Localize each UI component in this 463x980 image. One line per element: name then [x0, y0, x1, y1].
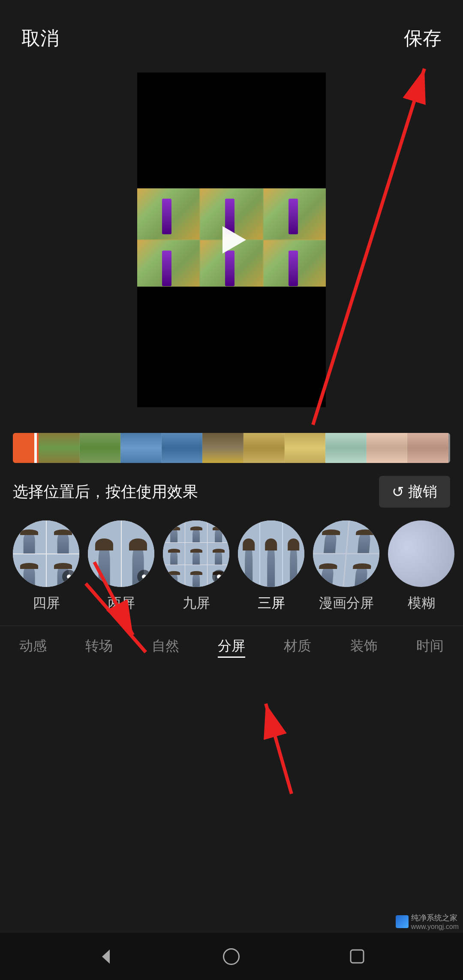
- effect-blur-screen[interactable]: 模糊: [388, 520, 454, 613]
- tab-natural[interactable]: 自然: [152, 635, 179, 658]
- tab-decoration[interactable]: 装饰: [350, 635, 378, 658]
- watermark-logo: [396, 915, 409, 928]
- undo-label: 撤销: [408, 482, 437, 502]
- effect-nine-screen[interactable]: 九屏: [163, 520, 229, 613]
- watermark-url: www.yongj.com: [411, 923, 459, 931]
- frame-2: [80, 433, 121, 463]
- effect-blur-thumb: [388, 520, 454, 587]
- cancel-button[interactable]: 取消: [21, 26, 59, 51]
- instruction-text: 选择位置后，按住使用效果: [13, 481, 198, 502]
- timeline-area: [0, 420, 463, 463]
- tab-transition[interactable]: 转场: [85, 635, 113, 658]
- app-header: 取消 保存: [0, 0, 463, 64]
- cell-3: [13, 554, 46, 587]
- video-container[interactable]: [137, 73, 326, 407]
- svg-rect-2: [351, 950, 364, 963]
- play-button[interactable]: [214, 223, 249, 257]
- frame-4: [162, 433, 203, 463]
- cell-3: [207, 520, 229, 542]
- cell-7: [163, 565, 185, 587]
- nav-bar: [0, 933, 463, 980]
- cell-4: [163, 543, 185, 565]
- undo-button[interactable]: ↺ 撤销: [379, 476, 450, 508]
- timeline-end: [448, 433, 450, 463]
- cell-8: [185, 565, 207, 587]
- tab-split[interactable]: 分屏: [218, 635, 245, 658]
- effect-two-label: 两屏: [108, 594, 135, 613]
- effect-two-thumb: [88, 520, 154, 587]
- effect-nine-label: 九屏: [183, 594, 210, 613]
- frame-7: [285, 433, 326, 463]
- cell-1: [163, 520, 185, 542]
- tab-dynamic[interactable]: 动感: [19, 635, 47, 658]
- effect-nine-thumb: [163, 520, 229, 587]
- cell-1: [88, 520, 121, 587]
- cell-4: [344, 554, 379, 587]
- cell-1: [13, 520, 46, 554]
- save-button[interactable]: 保存: [404, 26, 442, 51]
- undo-icon: ↺: [392, 483, 404, 500]
- cell-2: [347, 520, 379, 553]
- timeline-frames: [39, 433, 448, 463]
- play-icon: [222, 226, 246, 254]
- frame-8: [325, 433, 367, 463]
- svg-line-7: [266, 704, 292, 794]
- frame-6: [244, 433, 285, 463]
- svg-marker-0: [102, 950, 110, 964]
- video-preview: [137, 73, 326, 407]
- frame-10: [407, 433, 448, 463]
- timeline-track[interactable]: [13, 433, 450, 463]
- category-tabs: 动感 转场 自然 分屏 材质 装饰 时间: [0, 626, 463, 664]
- effect-comic-screen[interactable]: 漫画分屏: [313, 520, 379, 613]
- frame-5: [202, 433, 244, 463]
- tab-material[interactable]: 材质: [284, 635, 311, 658]
- frame-9: [367, 433, 408, 463]
- svg-line-5: [313, 69, 424, 425]
- cell-2: [185, 520, 207, 542]
- svg-point-1: [224, 949, 239, 964]
- effect-four-screen[interactable]: 四屏: [13, 520, 79, 613]
- tab-time[interactable]: 时间: [416, 635, 444, 658]
- cell-4: [47, 554, 80, 587]
- effect-four-thumb: [13, 520, 79, 587]
- watermark-text: 纯净系统之家: [411, 913, 459, 923]
- effect-comic-thumb: [313, 520, 379, 587]
- frame-3: [120, 433, 162, 463]
- effect-three-label: 三屏: [258, 594, 285, 613]
- effect-three-screen[interactable]: 三屏: [238, 520, 304, 613]
- effect-four-label: 四屏: [33, 594, 60, 613]
- effect-comic-label: 漫画分屏: [319, 594, 374, 613]
- cell-3: [313, 554, 346, 587]
- cell-1: [313, 520, 349, 553]
- frame-1: [39, 433, 80, 463]
- cell-2: [260, 520, 282, 587]
- cell-2: [47, 520, 80, 554]
- effect-three-thumb: [238, 520, 304, 587]
- effects-row: 四屏 两屏 九屏: [0, 516, 463, 621]
- cell-1: [238, 520, 259, 587]
- cell-5: [185, 543, 207, 565]
- cell-6: [207, 543, 229, 565]
- watermark: 纯净系统之家 www.yongj.com: [396, 913, 459, 931]
- nav-back[interactable]: [94, 945, 117, 968]
- timeline-scrubber[interactable]: [34, 433, 37, 463]
- cell-3: [283, 520, 304, 587]
- instruction-bar: 选择位置后，按住使用效果 ↺ 撤销: [0, 463, 463, 516]
- nav-recents[interactable]: [346, 945, 369, 968]
- nav-home[interactable]: [219, 945, 243, 968]
- effect-blur-label: 模糊: [408, 594, 435, 613]
- effect-two-screen[interactable]: 两屏: [88, 520, 154, 613]
